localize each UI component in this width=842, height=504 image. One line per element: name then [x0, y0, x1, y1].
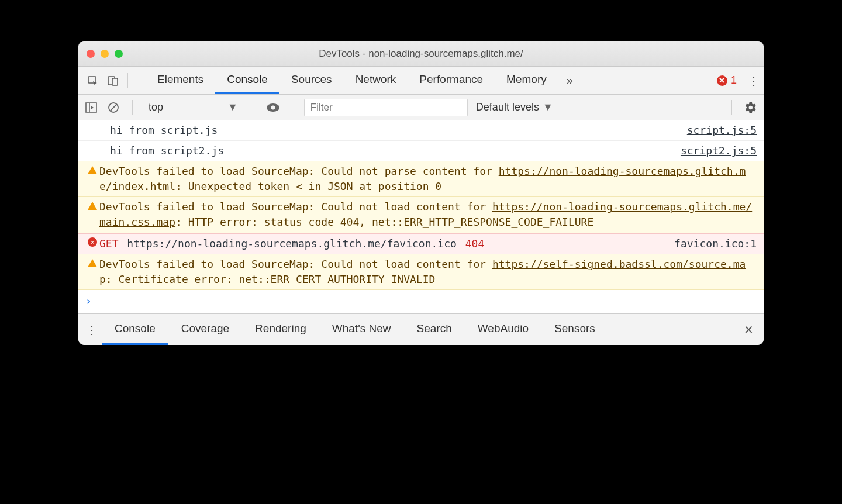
source-link[interactable]: favicon.ico:1 — [668, 236, 757, 251]
log-levels-selector[interactable]: Default levels ▼ — [476, 101, 553, 113]
svg-rect-2 — [112, 78, 118, 85]
main-tab-bar: Elements Console Sources Network Perform… — [78, 67, 764, 95]
toggle-sidebar-icon[interactable] — [84, 101, 98, 115]
warning-message: DevTools failed to load SourceMap: Could… — [99, 164, 757, 194]
window-title: DevTools - non-loading-sourcemaps.glitch… — [78, 48, 764, 60]
drawer-tab-console[interactable]: Console — [102, 314, 168, 345]
drawer-tab-webaudio[interactable]: WebAudio — [465, 314, 541, 345]
live-expression-icon[interactable] — [266, 101, 280, 115]
dropdown-icon: ▼ — [227, 101, 238, 113]
zoom-window-button[interactable] — [115, 50, 123, 58]
error-icon: ✕ — [717, 75, 727, 86]
close-drawer-icon[interactable]: ✕ — [737, 323, 760, 337]
tab-elements[interactable]: Elements — [146, 67, 215, 94]
device-toolbar-icon[interactable] — [104, 72, 122, 89]
filter-input[interactable] — [304, 99, 468, 116]
main-menu-icon[interactable]: ⋮ — [744, 74, 764, 88]
source-link[interactable]: script2.js:5 — [675, 143, 757, 158]
log-message: hi from script2.js — [99, 143, 675, 158]
console-prompt[interactable]: › — [78, 290, 764, 312]
devtools-window: DevTools - non-loading-sourcemaps.glitch… — [78, 41, 764, 345]
separator — [254, 100, 254, 115]
tab-memory[interactable]: Memory — [495, 67, 558, 94]
separator — [292, 100, 292, 115]
levels-label: Default levels — [476, 101, 539, 113]
prompt-icon: › — [85, 294, 92, 309]
separator — [731, 100, 732, 115]
tab-sources[interactable]: Sources — [279, 67, 344, 94]
drawer-menu-icon[interactable]: ⋮ — [82, 323, 102, 337]
more-tabs-icon[interactable]: » — [561, 74, 579, 87]
traffic-lights — [78, 50, 123, 58]
log-row: hi from script.js script.js:5 — [78, 120, 764, 141]
close-window-button[interactable] — [87, 50, 95, 58]
warning-icon — [88, 202, 97, 210]
svg-point-6 — [271, 105, 275, 109]
error-message: GET https://non-loading-sourcemaps.glitc… — [99, 236, 668, 251]
warning-icon — [88, 166, 97, 174]
drawer-tab-whatsnew[interactable]: What's New — [319, 314, 404, 345]
context-label: top — [149, 101, 163, 113]
main-tabs: Elements Console Sources Network Perform… — [146, 67, 558, 94]
minimize-window-button[interactable] — [101, 50, 109, 58]
warning-message: DevTools failed to load SourceMap: Could… — [99, 199, 757, 230]
drawer-tab-sensors[interactable]: Sensors — [541, 314, 608, 345]
error-count: 1 — [731, 74, 737, 87]
error-icon: ✕ — [88, 237, 97, 247]
separator — [127, 73, 128, 88]
separator — [132, 100, 133, 115]
error-count-badge[interactable]: ✕ 1 — [712, 74, 741, 87]
drawer-tab-bar: ⋮ Console Coverage Rendering What's New … — [78, 313, 764, 345]
drawer-tab-rendering[interactable]: Rendering — [242, 314, 319, 345]
url-link[interactable]: https://non-loading-sourcemaps.glitch.me… — [127, 237, 457, 250]
error-row: ✕ GET https://non-loading-sourcemaps.gli… — [78, 233, 764, 254]
warning-row: DevTools failed to load SourceMap: Could… — [78, 161, 764, 197]
drawer-tab-search[interactable]: Search — [404, 314, 465, 345]
clear-console-icon[interactable] — [106, 101, 120, 115]
console-toolbar: top ▼ Default levels ▼ — [78, 95, 764, 120]
context-selector[interactable]: top ▼ — [144, 99, 242, 116]
inspect-element-icon[interactable] — [84, 72, 102, 89]
tab-performance[interactable]: Performance — [408, 67, 495, 94]
log-message: hi from script.js — [99, 123, 681, 138]
warning-row: DevTools failed to load SourceMap: Could… — [78, 254, 764, 290]
console-settings-icon[interactable] — [744, 101, 758, 115]
console-output: hi from script.js script.js:5 hi from sc… — [78, 120, 764, 313]
warning-icon — [88, 259, 97, 267]
warning-row: DevTools failed to load SourceMap: Could… — [78, 197, 764, 233]
tab-network[interactable]: Network — [344, 67, 408, 94]
dropdown-icon: ▼ — [543, 101, 553, 113]
tab-console[interactable]: Console — [215, 67, 279, 94]
log-row: hi from script2.js script2.js:5 — [78, 141, 764, 161]
warning-message: DevTools failed to load SourceMap: Could… — [99, 257, 757, 287]
source-link[interactable]: script.js:5 — [681, 123, 757, 138]
drawer-tab-coverage[interactable]: Coverage — [168, 314, 242, 345]
title-bar: DevTools - non-loading-sourcemaps.glitch… — [78, 41, 764, 67]
